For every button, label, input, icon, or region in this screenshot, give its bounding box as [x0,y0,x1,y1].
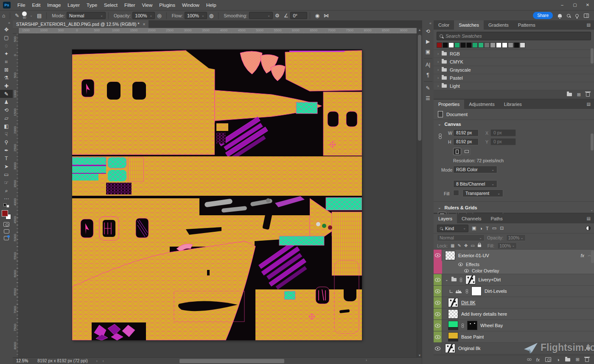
zoom-tool[interactable]: ⌕ [0,186,13,195]
flow-field[interactable]: 100%⌄ [185,12,207,19]
swatch-group-light[interactable]: ›Light [434,82,594,90]
layer-thumbnail[interactable] [465,275,476,284]
height-field[interactable]: 8192 px [453,138,479,145]
filter-type-layers-icon[interactable]: T [486,226,489,231]
actions-panel-icon[interactable]: ▶ [422,36,434,47]
panel-menu-icon[interactable]: ▤ [583,100,594,109]
visibility-eye-icon[interactable] [435,289,440,293]
brush-settings-panel-icon[interactable]: ✎ [422,83,434,93]
close-button[interactable]: ✕ [581,0,594,10]
brush-picker-chevron-icon[interactable]: ⌄ [28,14,35,17]
add-mask-icon[interactable] [545,357,551,362]
menu-type[interactable]: Type [83,0,101,10]
crop-tool[interactable]: ⌗ [0,58,13,66]
frame-tool[interactable]: ⊠ [0,66,13,74]
toolbar-expand-icon[interactable]: » [8,20,13,25]
symmetry-icon[interactable]: ⋈ [322,13,331,19]
blend-mode-select[interactable]: Normal⌄ [67,12,106,19]
tab-close-icon[interactable]: × [143,22,146,27]
zoom-level-field[interactable]: 12.5% [13,358,31,363]
pressure-size-icon[interactable]: ◉ [313,13,321,19]
expand-panels-icon[interactable]: « [429,20,434,26]
visibility-eye-icon[interactable] [435,347,440,350]
layer-thumbnail[interactable] [448,298,458,307]
new-swatch-icon[interactable]: ⊞ [577,92,581,97]
tab-adjustments[interactable]: Adjustments [464,100,499,109]
character-panel-icon[interactable]: A| [422,60,434,70]
menu-help[interactable]: Help [203,0,220,10]
vertical-scroll-thumb[interactable] [418,35,421,141]
gradient-tool[interactable]: ◧ [0,122,13,130]
layers-scroll-thumb[interactable] [591,250,594,263]
lasso-tool[interactable]: ◌ [0,42,13,50]
swatch[interactable] [496,42,502,48]
scroll-right-icon[interactable]: › [366,358,367,362]
tab-paths[interactable]: Paths [486,214,507,223]
visibility-eye-icon[interactable] [435,253,440,257]
menu-filter[interactable]: Filter [121,0,139,10]
swatch[interactable] [508,42,513,48]
fill-swatch[interactable] [453,190,459,196]
lock-pixels-icon[interactable]: ✎ [458,243,461,248]
menu-window[interactable]: Window [179,0,203,10]
layer-style-icon[interactable]: fx [536,357,540,362]
menu-layer[interactable]: Layer [64,0,83,10]
effects-row[interactable]: Effects [434,261,594,268]
swatch[interactable] [443,42,448,48]
airbrush-icon[interactable]: ◍ [207,13,216,19]
layer-thumbnail[interactable] [445,344,455,353]
landscape-orientation-button[interactable] [462,148,471,155]
swatch-group-grayscale[interactable]: ›Grayscale [434,66,594,74]
brushes-panel-icon[interactable]: ☰ [422,93,434,103]
tab-color[interactable]: Color [434,20,454,30]
layer-row-dirt-levels[interactable]: Dirt-Levels [434,286,594,297]
tab-channels[interactable]: Channels [457,214,486,223]
menu-edit[interactable]: Edit [29,0,44,10]
status-next-icon[interactable]: › [94,359,100,363]
portrait-orientation-button[interactable] [453,148,461,155]
layer-row-add-livery-details[interactable]: Add livery details here [434,308,594,320]
brush-tool[interactable]: ✎ [0,90,13,98]
new-group-icon[interactable] [567,93,572,96]
share-button[interactable]: Share [533,12,553,19]
new-group-icon[interactable] [565,358,570,361]
layer-row-base-paint[interactable]: Base Paint [434,331,594,343]
layer-row-wheel-bay[interactable]: Wheel Bay [434,320,594,331]
layer-mask-thumbnail[interactable] [471,286,482,296]
quick-mask-button[interactable] [3,222,9,227]
smoothing-gear-icon[interactable]: ⚙ [273,13,282,19]
fx-badge[interactable]: fx [580,253,584,258]
history-panel-icon[interactable]: ⟲ [422,26,434,36]
swatch-group-pastel[interactable]: ›Pastel [434,74,594,82]
panel-menu-icon[interactable]: ▤ [583,20,594,30]
smudge-tool[interactable]: ☟ [0,130,13,138]
brush-angle-field[interactable]: 0° [290,12,307,19]
swatch[interactable] [437,42,442,48]
smoothing-field[interactable]: ⌄ [249,12,273,19]
swatch-group-rgb[interactable]: ›RGB [434,50,594,58]
visibility-eye-icon[interactable] [435,301,440,305]
discover-lightbulb-icon[interactable] [575,14,579,17]
fill-layer-thumbnail[interactable] [448,321,458,330]
bit-depth-select[interactable]: 8 Bits/Channel⌄ [453,180,497,188]
camera-panel-icon[interactable]: ▣ [422,47,434,57]
tab-libraries[interactable]: Libraries [499,100,527,109]
brush-settings-toggle-icon[interactable]: ▤ [35,13,44,19]
swatch[interactable] [502,42,507,48]
collapse-canvas-icon[interactable]: ⌄ [438,122,441,126]
visibility-eye-icon[interactable] [435,278,440,282]
new-layer-icon[interactable]: ⊞ [576,357,580,362]
swatch-search-input[interactable]: Search Swatches [437,32,591,40]
collapse-rulers-icon[interactable]: ⌄ [438,206,441,210]
tab-gradients[interactable]: Gradients [484,20,513,30]
visibility-eye-icon[interactable] [435,335,440,339]
eyedropper-tool[interactable]: ⚗ [0,74,13,82]
opacity-field[interactable]: 100%⌄ [132,12,155,19]
search-icon[interactable] [567,14,570,17]
move-tool[interactable]: ✥ [0,25,13,33]
marquee-tool[interactable]: ▢ [0,33,13,42]
notifications-bell-icon[interactable] [558,14,562,17]
feedback-icon[interactable] [4,236,9,240]
lock-transparency-icon[interactable]: ▦ [451,243,454,248]
swatches-scroll-thumb[interactable] [591,48,594,64]
